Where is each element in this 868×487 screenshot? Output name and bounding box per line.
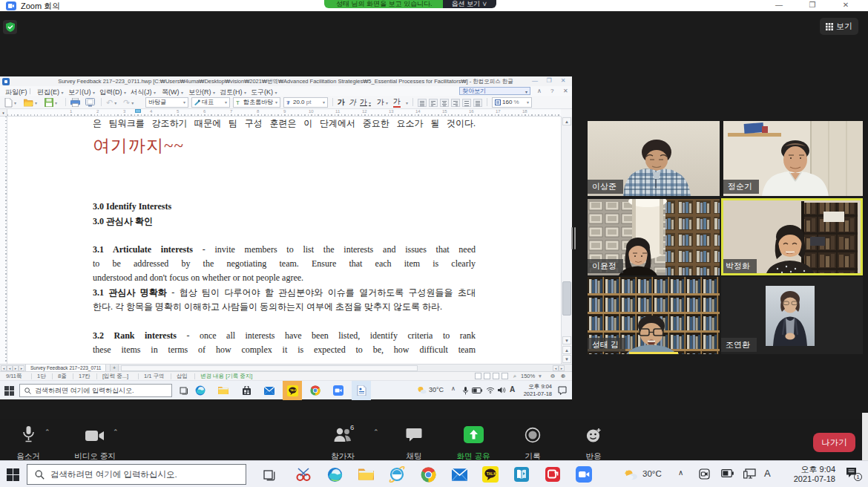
open-document-button[interactable]: ▾ [24, 97, 37, 108]
inner-weather-icon[interactable] [417, 386, 427, 394]
start-button[interactable] [4, 466, 21, 483]
inner-task-view-icon[interactable] [178, 385, 190, 396]
zoom-out-button[interactable]: ⊖ [550, 373, 555, 379]
chrome-icon[interactable] [420, 466, 436, 483]
scroll-down-button[interactable]: ▼ [562, 336, 571, 344]
panel-resize-handle[interactable] [571, 227, 576, 249]
align-justify-button[interactable] [418, 97, 428, 108]
mail-icon[interactable] [451, 466, 467, 483]
video-tile-participant-5-sharing[interactable]: 성태 김 [588, 277, 720, 354]
new-document-button[interactable]: ▾ [4, 97, 16, 108]
tray-chevron-icon[interactable]: ∧ [678, 468, 683, 477]
bold-button[interactable]: 가 [338, 97, 345, 108]
page-down-button[interactable]: ▼ [562, 355, 571, 363]
inner-edge-icon[interactable] [194, 385, 206, 396]
view-mode-icon-2[interactable] [484, 373, 490, 379]
file-explorer-icon[interactable] [358, 466, 374, 483]
inner-speaker-icon[interactable] [498, 387, 506, 393]
inner-clock[interactable]: 오후 9:04 2021-07-18 [516, 383, 552, 398]
paragraph-sort-button[interactable] [473, 97, 484, 108]
chat-button[interactable]: 채팅 [401, 425, 427, 443]
hscroll-left-button[interactable]: ◂ [553, 365, 559, 371]
inner-temperature[interactable]: 30°C [429, 386, 444, 393]
leave-meeting-button[interactable]: 나가기 [813, 433, 855, 452]
zoom-in-button[interactable]: ⊕ [561, 373, 565, 379]
view-mode-icon-1[interactable] [475, 373, 481, 379]
inner-tray-chevron-icon[interactable]: ∧ [451, 385, 456, 392]
kakaotalk-icon[interactable]: TALK [482, 466, 499, 483]
stop-video-button[interactable]: 비디오 중지 [78, 425, 112, 445]
align-left-button[interactable] [429, 97, 439, 108]
hscroll-right-button[interactable]: ▸ [559, 365, 565, 371]
underline-button[interactable]: 가▾ [360, 97, 371, 108]
maximize-button[interactable]: ❐ [806, 0, 819, 10]
italic-button[interactable]: 가 [349, 97, 356, 108]
tray-battery-icon[interactable] [721, 468, 734, 478]
mute-options-chevron[interactable]: ⌃ [45, 428, 50, 436]
share-screen-button[interactable]: 화면 공유 [454, 425, 493, 443]
taskbar-clock[interactable]: 오후 9:04 2021-07-18 [780, 465, 835, 484]
video-tile-participant-3[interactable]: 이윤정 [588, 199, 720, 275]
undo-button[interactable]: ↶▾ [106, 97, 116, 108]
weather-icon[interactable] [623, 468, 638, 480]
save-button[interactable]: ▾ [45, 97, 57, 108]
participants-options-chevron[interactable]: ⌃ [373, 428, 379, 436]
scrollbar-thumb[interactable] [562, 281, 571, 316]
temperature-label[interactable]: 30°C [642, 469, 662, 478]
page-up-button[interactable]: ▲ [562, 346, 571, 354]
inner-mail-icon[interactable] [263, 385, 275, 396]
font-combo[interactable]: T함초롬바탕▾ [233, 97, 280, 108]
inner-store-icon[interactable] [240, 385, 252, 396]
tab-nav-next[interactable]: ▸ [13, 365, 19, 371]
view-mode-icon-3[interactable] [493, 373, 499, 379]
font-color-button[interactable]: 가 [393, 97, 401, 108]
ruler-corner-box[interactable]: ▾ [0, 109, 7, 117]
task-view-icon[interactable] [261, 466, 277, 483]
document-page[interactable]: 은 팀워크를 강조하기 때문에 팀 구성 훈련은 이 단계에서 중요한 요소가 … [7, 117, 561, 364]
tab-nav-first[interactable]: ◂ [1, 365, 7, 371]
hwp-minimize-button[interactable]: — [530, 77, 540, 84]
align-center-button[interactable] [440, 97, 450, 108]
participants-button[interactable]: 6 참가자 [326, 425, 359, 443]
security-shield-icon[interactable] [3, 20, 17, 34]
zoom-app-icon[interactable] [576, 466, 592, 483]
inner-ime-indicator[interactable]: A [510, 385, 515, 393]
inner-file-explorer-icon[interactable] [217, 385, 229, 396]
edge-icon[interactable] [326, 466, 343, 483]
status-zoom-dropdown[interactable]: ▾ [539, 373, 542, 379]
video-tile-participant-6-video-off[interactable]: 조연환 [721, 277, 863, 354]
document-close-icon[interactable]: ✕ [563, 88, 568, 94]
video-capture-app-icon[interactable] [545, 466, 561, 483]
inner-start-button[interactable] [3, 385, 15, 396]
record-button[interactable]: 기록 [519, 425, 546, 443]
indent-marker[interactable] [135, 109, 141, 113]
hwp-close-button[interactable]: ✕ [558, 77, 568, 84]
style-preset-combo[interactable]: 대표▾ [191, 97, 230, 108]
inner-notification-icon[interactable] [558, 386, 567, 395]
help-icon[interactable]: ? [550, 88, 553, 94]
inner-battery-icon[interactable] [472, 388, 482, 393]
print-button[interactable] [70, 97, 80, 108]
font-color-dropdown[interactable]: ▾ [404, 97, 408, 108]
inner-chrome-icon[interactable] [309, 385, 321, 396]
video-tile-participant-2[interactable]: 정순기 [723, 121, 863, 196]
print-preview-button[interactable] [85, 97, 95, 108]
tab-nav-prev[interactable]: ◂ [7, 365, 13, 371]
view-button[interactable]: 보기 [820, 18, 858, 35]
ebook-app-icon[interactable] [513, 466, 530, 483]
mute-button[interactable]: 음소거 [13, 425, 43, 443]
paragraph-style-combo[interactable]: 바탕글▾ [145, 97, 188, 108]
video-tile-participant-4-active-speaker[interactable]: 박정화 [721, 198, 863, 275]
horizontal-scrollbar-thumb[interactable] [121, 365, 418, 371]
minimize-button[interactable]: — [772, 0, 786, 10]
hwp-function-search-box[interactable]: 찾아보기▾ [459, 87, 530, 95]
taskbar-search-box[interactable]: 검색하려면 여기에 입력하십시오. [27, 464, 246, 485]
inner-hwp-icon[interactable] [355, 385, 367, 396]
close-button[interactable]: ✕ [839, 0, 852, 10]
ribbon-collapse-icon[interactable]: ∧ [537, 88, 542, 94]
align-right-button[interactable] [451, 97, 461, 108]
tray-display-icon[interactable] [743, 468, 756, 479]
view-mode-icon-4[interactable] [502, 373, 508, 379]
view-options-button[interactable]: 옵션 보기 ∨ [443, 0, 497, 8]
internet-explorer-icon[interactable] [389, 466, 405, 483]
